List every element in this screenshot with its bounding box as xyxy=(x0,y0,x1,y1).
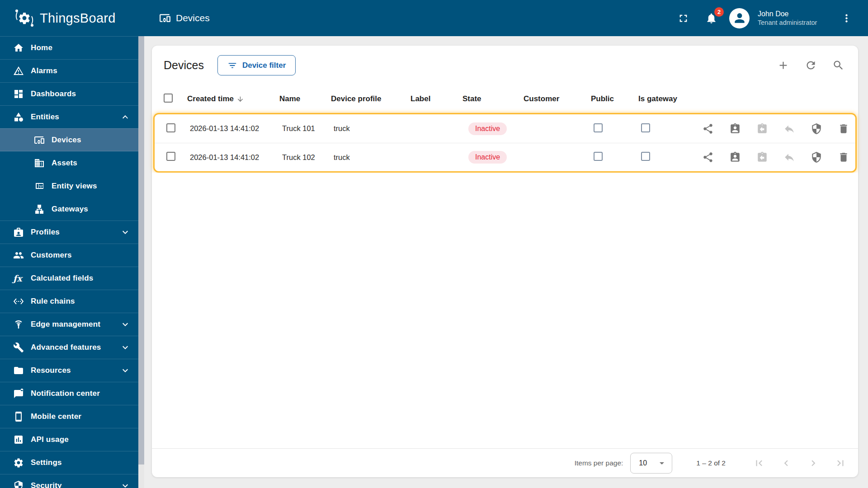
column-customer[interactable]: Customer xyxy=(524,94,591,103)
sidebar-scrollbar-thumb[interactable] xyxy=(138,36,144,465)
column-name[interactable]: Name xyxy=(279,94,331,103)
topbar-menu-button[interactable] xyxy=(836,8,856,28)
home-icon xyxy=(13,42,24,53)
edge-management-icon xyxy=(13,319,24,330)
device-filter-label: Device filter xyxy=(242,61,286,70)
column-is-gateway[interactable]: Is gateway xyxy=(638,94,696,103)
devices-icon xyxy=(34,135,45,145)
manage-credentials-button[interactable] xyxy=(753,120,771,138)
sidebar-item-entity-views[interactable]: Entity views xyxy=(0,174,138,197)
sidebar-item-devices[interactable]: Devices xyxy=(0,128,138,151)
gateway-checkbox[interactable] xyxy=(641,123,650,132)
column-created-time[interactable]: Created time xyxy=(187,94,279,103)
gateways-icon xyxy=(34,204,45,215)
rule-chains-icon xyxy=(13,296,24,307)
sidebar-item-alarms[interactable]: Alarms xyxy=(0,59,138,82)
share-button[interactable] xyxy=(699,148,717,166)
state-badge: Inactive xyxy=(468,122,507,135)
app-name: ThingsBoard xyxy=(40,11,116,26)
sidebar-item-label: Mobile center xyxy=(31,412,81,421)
device-filter-button[interactable]: Device filter xyxy=(217,55,296,75)
assets-icon xyxy=(34,158,45,169)
column-device-profile[interactable]: Device profile xyxy=(331,94,410,103)
sidebar-item-edge-management[interactable]: Edge management xyxy=(0,313,138,336)
items-per-page-value: 10 xyxy=(639,459,647,467)
items-per-page-select[interactable]: 10 xyxy=(630,453,672,474)
sidebar-item-assets[interactable]: Assets xyxy=(0,151,138,174)
resources-icon xyxy=(13,365,24,376)
customers-icon xyxy=(13,250,24,261)
chevron-down-icon xyxy=(120,365,131,376)
user-role: Tenant administrator xyxy=(758,19,826,27)
sidebar-item-profiles[interactable]: Profiles xyxy=(0,221,138,244)
chevron-down-icon xyxy=(120,319,131,330)
sidebar-item-label: Advanced features xyxy=(31,343,101,352)
sidebar-item-label: Security xyxy=(31,481,62,488)
sidebar-item-home[interactable]: Home xyxy=(0,36,138,59)
main-content: Devices Device filter Created time Name … xyxy=(144,36,868,488)
make-private-button[interactable] xyxy=(780,148,798,166)
gateway-checkbox[interactable] xyxy=(641,152,650,161)
sidebar-item-rule-chains[interactable]: Rule chains xyxy=(0,290,138,313)
sidebar-item-entities[interactable]: Entities xyxy=(0,105,138,128)
first-page-button[interactable] xyxy=(750,454,768,472)
share-icon xyxy=(702,123,714,135)
sidebar-item-label: Edge management xyxy=(31,320,100,329)
entity-views-icon xyxy=(34,181,45,192)
sidebar-item-mobile-center[interactable]: Mobile center xyxy=(0,405,138,428)
sidebar-item-customers[interactable]: Customers xyxy=(0,244,138,267)
delete-button[interactable] xyxy=(835,120,853,138)
page-title: Devices xyxy=(164,59,204,72)
chevron-up-icon xyxy=(120,112,131,122)
public-checkbox[interactable] xyxy=(594,152,603,161)
refresh-button[interactable] xyxy=(802,56,820,75)
sidebar-item-notification-center[interactable]: Notification center xyxy=(0,382,138,405)
assign-customer-button[interactable] xyxy=(726,148,744,166)
next-page-button[interactable] xyxy=(804,454,822,472)
chevron-left-icon xyxy=(780,457,792,469)
table-row[interactable]: 2026-01-13 14:41:02 Truck 102 truck Inac… xyxy=(155,143,855,171)
previous-page-button[interactable] xyxy=(777,454,795,472)
user-info[interactable]: John Doe Tenant administrator xyxy=(758,9,826,27)
app-logo[interactable]: ThingsBoard xyxy=(0,7,138,29)
sidebar-item-api-usage[interactable]: API usage xyxy=(0,428,138,451)
table-row[interactable]: 2026-01-13 14:41:02 Truck 101 truck Inac… xyxy=(155,114,855,143)
row-checkbox[interactable] xyxy=(166,123,175,132)
delete-button[interactable] xyxy=(835,148,853,166)
select-all-checkbox[interactable] xyxy=(164,94,173,103)
search-button[interactable] xyxy=(829,56,847,75)
make-private-button[interactable] xyxy=(780,120,798,138)
rows-highlight-outline: 2026-01-13 14:41:02 Truck 101 truck Inac… xyxy=(153,113,857,173)
sort-desc-icon xyxy=(236,95,244,103)
sidebar-item-security[interactable]: Security xyxy=(0,474,138,488)
assign-customer-button[interactable] xyxy=(726,120,744,138)
fullscreen-button[interactable] xyxy=(673,8,693,28)
sidebar-item-settings[interactable]: Settings xyxy=(0,451,138,474)
pager xyxy=(750,454,849,472)
settings-icon xyxy=(13,457,24,468)
notifications-button[interactable]: 2 xyxy=(701,8,721,28)
assign-customer-icon xyxy=(729,151,741,163)
manage-credentials-button[interactable] xyxy=(753,148,771,166)
mobile-center-icon xyxy=(13,411,24,422)
column-label[interactable]: Label xyxy=(410,94,462,103)
avatar[interactable] xyxy=(729,8,750,28)
sidebar-item-calculated-fields[interactable]: ƒx Calculated fields xyxy=(0,267,138,290)
devices-icon xyxy=(159,12,171,24)
row-checkbox[interactable] xyxy=(166,152,175,161)
sidebar-item-gateways[interactable]: Gateways xyxy=(0,197,138,221)
sidebar-item-dashboards[interactable]: Dashboards xyxy=(0,82,138,105)
sidebar-item-advanced-features[interactable]: Advanced features xyxy=(0,336,138,359)
security-button[interactable] xyxy=(807,148,826,166)
last-page-button[interactable] xyxy=(831,454,849,472)
api-usage-icon xyxy=(13,434,24,445)
public-checkbox[interactable] xyxy=(594,123,603,132)
first-page-icon xyxy=(753,457,765,469)
sidebar-item-resources[interactable]: Resources xyxy=(0,359,138,382)
sidebar-scrollbar[interactable] xyxy=(138,36,144,488)
share-button[interactable] xyxy=(699,120,717,138)
add-device-button[interactable] xyxy=(774,56,792,75)
column-public[interactable]: Public xyxy=(591,94,638,103)
column-state[interactable]: State xyxy=(462,94,524,103)
security-button[interactable] xyxy=(807,120,826,138)
